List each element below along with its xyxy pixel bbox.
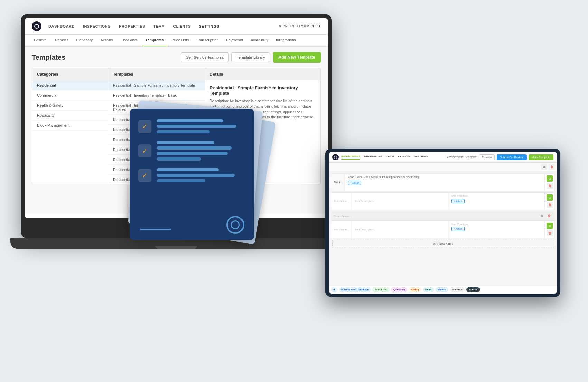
nav-clients[interactable]: CLIENTS bbox=[173, 23, 191, 30]
item-condition-cell: Item Condition... + Action bbox=[448, 193, 545, 210]
category-residential[interactable]: Residential bbox=[32, 80, 108, 90]
copy-row-icon-2[interactable]: ⧉ bbox=[547, 223, 553, 229]
check-icon-1: ✓ bbox=[138, 120, 151, 133]
tablet-body: Black Good Overall - no obvious faults i… bbox=[329, 171, 557, 285]
tab-transcription[interactable]: Transcription bbox=[193, 35, 222, 46]
tablet-nav-inspections[interactable]: INSPECTIONS bbox=[341, 155, 360, 160]
nav-dashboard[interactable]: DASHBOARD bbox=[48, 23, 75, 30]
tablet-complete-button[interactable]: Mark Complete bbox=[529, 154, 553, 160]
copy-icon[interactable]: ⧉ bbox=[541, 164, 547, 170]
self-service-button[interactable]: Self Service Teamples bbox=[181, 52, 229, 62]
template-library-button[interactable]: Template Library bbox=[231, 52, 270, 62]
details-header: Details bbox=[205, 68, 320, 80]
app-header: DASHBOARD INSPECTIONS PROPERTIES TEAM CL… bbox=[25, 18, 328, 35]
main-nav: DASHBOARD INSPECTIONS PROPERTIES TEAM CL… bbox=[48, 23, 279, 30]
add-new-template-button[interactable]: Add New Template bbox=[273, 52, 321, 63]
category-block-management[interactable]: Block Management bbox=[32, 121, 108, 131]
delete-row-icon-2[interactable]: 🗑 bbox=[547, 230, 553, 236]
tab-payments[interactable]: Payments bbox=[222, 35, 246, 46]
settings-tabs: General Reports Dictionary Actions Check… bbox=[25, 35, 328, 47]
check-icon-2: ✓ bbox=[138, 144, 151, 157]
tag-keys[interactable]: Keys bbox=[423, 287, 434, 292]
tag-rating[interactable]: Rating bbox=[409, 287, 421, 292]
table-row: Black Good Overall - no obvious faults i… bbox=[331, 173, 555, 191]
copy-row-icon[interactable]: ⧉ bbox=[547, 175, 553, 182]
check-line bbox=[157, 157, 201, 161]
tag-d[interactable]: d bbox=[331, 287, 338, 292]
tag-question[interactable]: Question bbox=[391, 287, 407, 292]
tablet-toolbar: ⧉ 🗑 bbox=[329, 163, 557, 171]
nav-properties[interactable]: PROPERTIES bbox=[119, 23, 145, 30]
action-badge-1[interactable]: + Action bbox=[451, 199, 465, 203]
table-row: Item Name... Item Description... Item Co… bbox=[331, 221, 555, 238]
checklist-illustration: ✓ ✓ ✓ bbox=[114, 93, 280, 249]
room-header-row: Room Name... ⧉ 🗑 bbox=[331, 211, 555, 221]
tablet-logo bbox=[332, 154, 339, 160]
category-health-safety[interactable]: Health & Safety bbox=[32, 101, 108, 111]
tab-integrations[interactable]: Integrations bbox=[273, 35, 299, 46]
tab-dictionary[interactable]: Dictionary bbox=[73, 35, 96, 46]
delete-icon[interactable]: 🗑 bbox=[549, 164, 555, 170]
tablet-submit-button[interactable]: Submit For Review bbox=[497, 154, 527, 160]
room-delete-icon[interactable]: 🗑 bbox=[546, 213, 552, 219]
tab-reports[interactable]: Reports bbox=[51, 35, 72, 46]
categories-list: Residential Commercial Health & Safety H… bbox=[32, 80, 108, 184]
property-badge: ▾ PROPERTY INSPECT bbox=[279, 24, 321, 28]
nav-settings[interactable]: SETTINGS bbox=[199, 23, 219, 30]
tablet-nav-properties[interactable]: PROPERTIES bbox=[364, 155, 382, 160]
page-header: Templates Self Service Teamples Template… bbox=[32, 52, 321, 63]
tablet-nav: INSPECTIONS PROPERTIES TEAM CLIENTS SETT… bbox=[341, 155, 428, 160]
tablet-header-actions: ▾ PROPERTY INSPECT Preview Submit For Re… bbox=[447, 154, 553, 160]
check-lines-2 bbox=[157, 141, 245, 161]
room-copy-icon[interactable]: ⧉ bbox=[539, 213, 545, 219]
page-title: Templates bbox=[32, 54, 181, 61]
check-icon-3: ✓ bbox=[138, 169, 151, 182]
tablet-preview-button[interactable]: Preview bbox=[479, 154, 495, 160]
category-commercial[interactable]: Commercial bbox=[32, 90, 108, 101]
nav-team[interactable]: TEAM bbox=[153, 23, 165, 30]
tab-general[interactable]: General bbox=[30, 35, 51, 46]
tablet-device: INSPECTIONS PROPERTIES TEAM CLIENTS SETT… bbox=[325, 149, 560, 297]
tag-meters[interactable]: Meters bbox=[435, 287, 448, 292]
tablet-property-badge: ▾ PROPERTY INSPECT bbox=[447, 156, 477, 159]
tablet-footer: d Schedule of Condition Simplified Quest… bbox=[329, 285, 557, 294]
tag-manuals[interactable]: Manuals bbox=[450, 287, 465, 292]
tab-price-lists[interactable]: Price Lists bbox=[168, 35, 192, 46]
delete-row-icon[interactable]: 🗑 bbox=[547, 183, 553, 189]
card-logo bbox=[226, 216, 244, 234]
check-line bbox=[157, 152, 228, 155]
tag-simplified[interactable]: Simplified bbox=[372, 287, 390, 292]
tab-actions[interactable]: Actions bbox=[97, 35, 116, 46]
nav-inspections[interactable]: INSPECTIONS bbox=[83, 23, 111, 30]
tablet-header: INSPECTIONS PROPERTIES TEAM CLIENTS SETT… bbox=[329, 152, 557, 163]
template-item-0[interactable]: Residential - Sample Furnished Inventory… bbox=[108, 80, 205, 90]
tab-availability[interactable]: Availability bbox=[247, 35, 272, 46]
room-condition-placeholder: Item Condition... bbox=[451, 223, 470, 226]
category-hospitality[interactable]: Hospitality bbox=[32, 111, 108, 121]
check-line bbox=[157, 146, 232, 150]
tablet-nav-clients[interactable]: CLIENTS bbox=[398, 155, 410, 160]
tablet-nav-team[interactable]: TEAM bbox=[386, 155, 394, 160]
check-line bbox=[157, 141, 214, 144]
check-row-3: ✓ bbox=[138, 168, 245, 182]
check-line bbox=[157, 174, 235, 177]
tab-templates[interactable]: Templates bbox=[142, 35, 168, 46]
delete-row-icon-1[interactable]: 🗑 bbox=[547, 202, 553, 208]
add-block-button[interactable]: Add New Block bbox=[332, 240, 553, 248]
header-actions: Self Service Teamples Template Library A… bbox=[181, 52, 321, 63]
tab-checklists[interactable]: Checklists bbox=[117, 35, 141, 46]
app-logo bbox=[32, 21, 41, 31]
check-lines-1 bbox=[157, 119, 245, 133]
desc-cell: Good Overall - no obvious faults in appe… bbox=[345, 174, 545, 191]
tag-schedule[interactable]: Schedule of Condition bbox=[339, 287, 371, 292]
check-line bbox=[157, 119, 223, 122]
room-name-label: Room Name... bbox=[334, 214, 352, 218]
action-badge-2[interactable]: + Action bbox=[451, 227, 465, 231]
tag-alarms[interactable]: Alarms bbox=[466, 287, 480, 292]
room-item-name-cell: Item Name... bbox=[331, 221, 352, 238]
card-bottom-line bbox=[140, 229, 171, 230]
action-badge-0[interactable]: + Action bbox=[348, 181, 361, 185]
row-icons-0: ⧉ 🗑 bbox=[545, 174, 554, 191]
copy-row-icon-1[interactable]: ⧉ bbox=[547, 194, 553, 201]
tablet-nav-settings[interactable]: SETTINGS bbox=[414, 155, 428, 160]
